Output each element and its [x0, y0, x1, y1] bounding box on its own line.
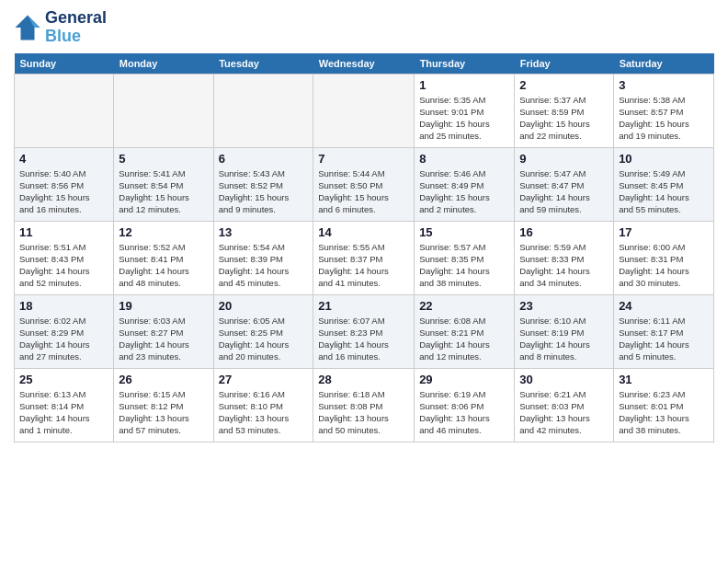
- day-number: 12: [119, 225, 208, 239]
- day-number: 28: [318, 373, 409, 386]
- calendar-week-row: 18Sunrise: 6:02 AM Sunset: 8:29 PM Dayli…: [15, 294, 714, 368]
- day-number: 5: [119, 152, 208, 166]
- day-number: 24: [619, 299, 709, 313]
- weekday-header-saturday: Saturday: [614, 53, 714, 75]
- day-info: Sunrise: 6:15 AM Sunset: 8:12 PM Dayligh…: [119, 388, 208, 437]
- calendar-cell: 26Sunrise: 6:15 AM Sunset: 8:12 PM Dayli…: [114, 368, 213, 442]
- calendar-cell: 11Sunrise: 5:51 AM Sunset: 8:43 PM Dayli…: [15, 221, 114, 294]
- day-info: Sunrise: 5:43 AM Sunset: 8:52 PM Dayligh…: [219, 167, 309, 216]
- day-info: Sunrise: 6:16 AM Sunset: 8:10 PM Dayligh…: [219, 388, 309, 437]
- calendar-cell: 18Sunrise: 6:02 AM Sunset: 8:29 PM Dayli…: [15, 294, 114, 368]
- day-info: Sunrise: 5:55 AM Sunset: 8:37 PM Dayligh…: [318, 241, 409, 290]
- day-info: Sunrise: 5:40 AM Sunset: 8:56 PM Dayligh…: [19, 167, 108, 216]
- day-number: 9: [519, 152, 609, 166]
- calendar-cell: 3Sunrise: 5:38 AM Sunset: 8:57 PM Daylig…: [614, 74, 714, 147]
- calendar-week-row: 1Sunrise: 5:35 AM Sunset: 9:01 PM Daylig…: [15, 74, 714, 147]
- calendar-cell: 6Sunrise: 5:43 AM Sunset: 8:52 PM Daylig…: [213, 147, 313, 221]
- calendar-cell: [114, 74, 213, 147]
- page-header: General Blue: [14, 9, 714, 46]
- day-number: 13: [219, 225, 309, 239]
- day-number: 29: [419, 373, 509, 386]
- day-info: Sunrise: 5:59 AM Sunset: 8:33 PM Dayligh…: [519, 241, 609, 290]
- day-info: Sunrise: 6:07 AM Sunset: 8:23 PM Dayligh…: [318, 315, 409, 363]
- day-info: Sunrise: 6:23 AM Sunset: 8:01 PM Dayligh…: [619, 388, 709, 437]
- calendar-cell: 20Sunrise: 6:05 AM Sunset: 8:25 PM Dayli…: [213, 294, 313, 368]
- day-number: 20: [219, 299, 309, 313]
- day-info: Sunrise: 6:02 AM Sunset: 8:29 PM Dayligh…: [19, 315, 108, 363]
- day-number: 27: [219, 373, 309, 386]
- calendar-cell: 31Sunrise: 6:23 AM Sunset: 8:01 PM Dayli…: [614, 368, 714, 442]
- day-info: Sunrise: 5:49 AM Sunset: 8:45 PM Dayligh…: [619, 167, 709, 216]
- logo-text: General Blue: [45, 9, 107, 46]
- day-info: Sunrise: 5:52 AM Sunset: 8:41 PM Dayligh…: [119, 241, 208, 290]
- calendar-cell: 28Sunrise: 6:18 AM Sunset: 8:08 PM Dayli…: [313, 368, 415, 442]
- day-number: 18: [19, 299, 108, 313]
- day-number: 26: [119, 373, 208, 386]
- day-number: 21: [318, 299, 409, 313]
- weekday-header-wednesday: Wednesday: [313, 53, 415, 75]
- day-number: 17: [619, 225, 709, 239]
- calendar-cell: 5Sunrise: 5:41 AM Sunset: 8:54 PM Daylig…: [114, 147, 213, 221]
- weekday-header-sunday: Sunday: [15, 53, 114, 75]
- day-info: Sunrise: 6:21 AM Sunset: 8:03 PM Dayligh…: [519, 388, 609, 437]
- calendar-week-row: 4Sunrise: 5:40 AM Sunset: 8:56 PM Daylig…: [15, 147, 714, 221]
- calendar-cell: 1Sunrise: 5:35 AM Sunset: 9:01 PM Daylig…: [415, 74, 515, 147]
- weekday-header-thursday: Thursday: [415, 53, 515, 75]
- day-info: Sunrise: 6:11 AM Sunset: 8:17 PM Dayligh…: [619, 315, 709, 363]
- calendar-cell: 12Sunrise: 5:52 AM Sunset: 8:41 PM Dayli…: [114, 221, 213, 294]
- calendar-cell: 19Sunrise: 6:03 AM Sunset: 8:27 PM Dayli…: [114, 294, 213, 368]
- day-info: Sunrise: 5:57 AM Sunset: 8:35 PM Dayligh…: [419, 241, 509, 290]
- day-info: Sunrise: 5:41 AM Sunset: 8:54 PM Dayligh…: [119, 167, 208, 216]
- day-info: Sunrise: 6:10 AM Sunset: 8:19 PM Dayligh…: [519, 315, 609, 363]
- day-number: 6: [219, 152, 309, 166]
- calendar-cell: 7Sunrise: 5:44 AM Sunset: 8:50 PM Daylig…: [313, 147, 415, 221]
- calendar-header-row: SundayMondayTuesdayWednesdayThursdayFrid…: [15, 53, 714, 75]
- day-info: Sunrise: 5:51 AM Sunset: 8:43 PM Dayligh…: [19, 241, 108, 290]
- weekday-header-monday: Monday: [114, 53, 213, 75]
- calendar-cell: 10Sunrise: 5:49 AM Sunset: 8:45 PM Dayli…: [614, 147, 714, 221]
- calendar-cell: 25Sunrise: 6:13 AM Sunset: 8:14 PM Dayli…: [15, 368, 114, 442]
- day-info: Sunrise: 5:46 AM Sunset: 8:49 PM Dayligh…: [419, 167, 509, 216]
- day-number: 2: [519, 78, 609, 92]
- day-number: 8: [419, 152, 509, 166]
- day-info: Sunrise: 5:54 AM Sunset: 8:39 PM Dayligh…: [219, 241, 309, 290]
- day-number: 1: [419, 78, 509, 92]
- calendar-week-row: 11Sunrise: 5:51 AM Sunset: 8:43 PM Dayli…: [15, 221, 714, 294]
- day-number: 22: [419, 299, 509, 313]
- calendar-cell: [213, 74, 313, 147]
- calendar-cell: 30Sunrise: 6:21 AM Sunset: 8:03 PM Dayli…: [515, 368, 614, 442]
- calendar-cell: 23Sunrise: 6:10 AM Sunset: 8:19 PM Dayli…: [515, 294, 614, 368]
- page-container: General Blue SundayMondayTuesdayWednesda…: [0, 0, 728, 452]
- calendar-cell: 29Sunrise: 6:19 AM Sunset: 8:06 PM Dayli…: [415, 368, 515, 442]
- day-info: Sunrise: 6:18 AM Sunset: 8:08 PM Dayligh…: [318, 388, 409, 437]
- day-info: Sunrise: 6:00 AM Sunset: 8:31 PM Dayligh…: [619, 241, 709, 290]
- calendar-cell: 14Sunrise: 5:55 AM Sunset: 8:37 PM Dayli…: [313, 221, 415, 294]
- day-info: Sunrise: 5:38 AM Sunset: 8:57 PM Dayligh…: [619, 94, 709, 143]
- logo-icon: [14, 14, 41, 41]
- day-number: 4: [19, 152, 108, 166]
- day-number: 10: [619, 152, 709, 166]
- calendar-cell: 21Sunrise: 6:07 AM Sunset: 8:23 PM Dayli…: [313, 294, 415, 368]
- day-number: 19: [119, 299, 208, 313]
- day-info: Sunrise: 6:08 AM Sunset: 8:21 PM Dayligh…: [419, 315, 509, 363]
- calendar-cell: [313, 74, 415, 147]
- calendar-cell: 16Sunrise: 5:59 AM Sunset: 8:33 PM Dayli…: [515, 221, 614, 294]
- calendar-cell: 4Sunrise: 5:40 AM Sunset: 8:56 PM Daylig…: [15, 147, 114, 221]
- day-info: Sunrise: 5:47 AM Sunset: 8:47 PM Dayligh…: [519, 167, 609, 216]
- day-info: Sunrise: 6:03 AM Sunset: 8:27 PM Dayligh…: [119, 315, 208, 363]
- calendar-cell: 2Sunrise: 5:37 AM Sunset: 8:59 PM Daylig…: [515, 74, 614, 147]
- day-number: 15: [419, 225, 509, 239]
- calendar-week-row: 25Sunrise: 6:13 AM Sunset: 8:14 PM Dayli…: [15, 368, 714, 442]
- calendar-cell: 8Sunrise: 5:46 AM Sunset: 8:49 PM Daylig…: [415, 147, 515, 221]
- day-number: 14: [318, 225, 409, 239]
- calendar-cell: [15, 74, 114, 147]
- calendar-cell: 24Sunrise: 6:11 AM Sunset: 8:17 PM Dayli…: [614, 294, 714, 368]
- calendar-cell: 17Sunrise: 6:00 AM Sunset: 8:31 PM Dayli…: [614, 221, 714, 294]
- day-number: 25: [19, 373, 108, 386]
- calendar-table: SundayMondayTuesdayWednesdayThursdayFrid…: [14, 53, 714, 442]
- calendar-cell: 22Sunrise: 6:08 AM Sunset: 8:21 PM Dayli…: [415, 294, 515, 368]
- day-info: Sunrise: 5:37 AM Sunset: 8:59 PM Dayligh…: [519, 94, 609, 143]
- calendar-cell: 15Sunrise: 5:57 AM Sunset: 8:35 PM Dayli…: [415, 221, 515, 294]
- day-info: Sunrise: 6:19 AM Sunset: 8:06 PM Dayligh…: [419, 388, 509, 437]
- day-number: 30: [519, 373, 609, 386]
